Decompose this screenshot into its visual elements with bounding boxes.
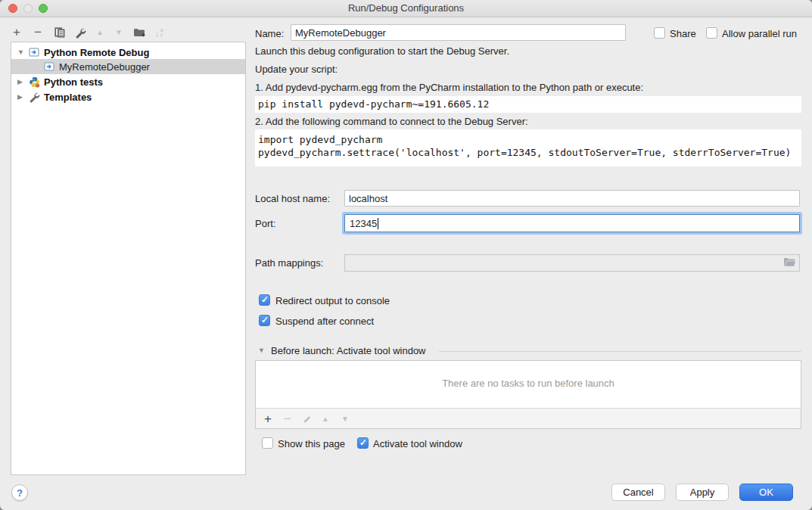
run-config-icon: [28, 46, 40, 58]
path-mappings-input[interactable]: [344, 254, 800, 272]
settrace-code-line1: import pydevd_pycharm: [258, 134, 382, 145]
settrace-code[interactable]: import pydevd_pycharm pydevd_pycharm.set…: [255, 129, 801, 166]
help-button[interactable]: ?: [11, 484, 28, 501]
tasks-toolbar: + − ▲ ▼: [256, 408, 801, 428]
ok-button[interactable]: OK: [739, 484, 793, 501]
title-bar: Run/Debug Configurations: [0, 0, 812, 17]
tree-item-label: Python Remote Debug: [44, 47, 149, 58]
cancel-button[interactable]: Cancel: [611, 484, 665, 501]
run-config-icon: [43, 61, 55, 73]
wrench-icon: [75, 27, 86, 39]
port-input[interactable]: 12345: [344, 214, 800, 232]
sort-configurations-button[interactable]: ↓az: [151, 25, 166, 40]
remove-task-button[interactable]: −: [280, 411, 295, 426]
show-this-page-label: Show this page: [278, 438, 345, 449]
chevron-collapsed-icon[interactable]: ▶: [17, 93, 25, 101]
port-value: 12345: [350, 218, 377, 229]
new-folder-icon: [133, 27, 146, 38]
show-this-page-checkbox[interactable]: [262, 437, 273, 449]
tree-item-python-tests[interactable]: ▶ Python tests: [11, 74, 245, 89]
run-debug-configurations-dialog: Run/Debug Configurations + − ▲ ▼ ↓az ▼: [0, 0, 812, 510]
copy-icon: [54, 27, 65, 38]
tree-item-python-remote-debug[interactable]: ▼ Python Remote Debug: [11, 45, 245, 60]
before-launch-collapse-icon[interactable]: ▼: [258, 347, 265, 354]
add-configuration-button[interactable]: +: [9, 24, 24, 39]
python-tests-icon: [28, 76, 40, 88]
step1-text: 1. Add pydevd-pycharm.egg from the PyCha…: [255, 82, 643, 93]
path-mappings-label: Path mappings:: [255, 257, 323, 269]
update-script-text: Update your script:: [255, 64, 338, 75]
local-host-input[interactable]: [344, 190, 800, 207]
wrench-icon: [28, 91, 40, 103]
before-launch-tasks-panel: There are no tasks to run before launch …: [255, 360, 801, 429]
activate-tool-window-checkbox[interactable]: [357, 437, 369, 449]
pip-install-code[interactable]: pip install pydevd-pycharm~=191.6605.12: [255, 96, 801, 113]
allow-parallel-run-checkbox[interactable]: [706, 27, 717, 39]
move-task-up-button[interactable]: ▲: [318, 412, 333, 427]
tree-item-label: Python tests: [44, 76, 103, 88]
help-question-icon: ?: [17, 487, 23, 499]
chevron-collapsed-icon[interactable]: ▶: [17, 78, 25, 86]
step2-text: 2. Add the following command to connect …: [255, 116, 528, 127]
share-label: Share: [670, 28, 696, 39]
suspend-after-connect-checkbox[interactable]: [259, 315, 270, 326]
settrace-code-line2: pydevd_pycharm.settrace('localhost', por…: [258, 147, 791, 158]
local-host-label: Local host name:: [255, 193, 330, 204]
tree-item-templates[interactable]: ▶ Templates: [11, 89, 245, 104]
move-up-button[interactable]: ▲: [92, 25, 107, 40]
configurations-tree: ▼ Python Remote Debug MyRemoteDebugger ▶: [11, 42, 246, 475]
suspend-after-connect-label: Suspend after connect: [275, 316, 374, 327]
share-checkbox[interactable]: [654, 27, 665, 39]
activate-tool-window-label: Activate tool window: [373, 438, 462, 449]
redirect-output-label: Redirect output to console: [275, 295, 390, 306]
tree-item-label: Templates: [44, 92, 92, 103]
add-task-button[interactable]: +: [260, 411, 275, 426]
remove-configuration-button[interactable]: −: [30, 24, 45, 39]
before-launch-separator: [439, 351, 801, 352]
text-caret: [378, 218, 378, 229]
move-task-down-button[interactable]: ▼: [338, 412, 353, 427]
edit-defaults-button[interactable]: [73, 25, 88, 40]
apply-button[interactable]: Apply: [676, 484, 729, 501]
name-label: Name:: [255, 28, 284, 39]
edit-task-button[interactable]: [300, 412, 315, 427]
tree-item-myremotedebugger[interactable]: MyRemoteDebugger: [11, 59, 245, 74]
new-folder-button[interactable]: [132, 25, 147, 40]
intro-text: Launch this debug configuration to start…: [255, 45, 509, 57]
port-label: Port:: [255, 218, 275, 229]
chevron-expanded-icon[interactable]: ▼: [17, 48, 25, 56]
name-input[interactable]: [291, 24, 626, 41]
tree-item-label: MyRemoteDebugger: [59, 61, 150, 73]
open-folder-icon[interactable]: [783, 257, 796, 269]
before-launch-title: Before launch: Activate tool window: [271, 345, 426, 356]
allow-parallel-run-label: Allow parallel run: [722, 28, 797, 39]
pencil-icon: [303, 415, 312, 424]
no-tasks-message: There are no tasks to run before launch: [256, 378, 801, 389]
window-title: Run/Debug Configurations: [0, 2, 812, 14]
move-down-button[interactable]: ▼: [111, 25, 126, 40]
copy-configuration-icon[interactable]: [52, 25, 67, 40]
sort-az-icon: ↓az: [154, 28, 163, 38]
redirect-output-checkbox[interactable]: [259, 294, 270, 306]
